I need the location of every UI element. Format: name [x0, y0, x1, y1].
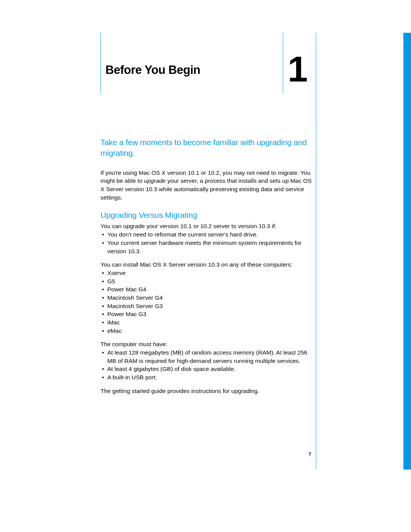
list-item: At least 4 gigabytes (GB) of disk space …: [100, 365, 313, 373]
list-item: Xserve: [100, 269, 313, 277]
thumb-tab: [403, 33, 411, 470]
list-item: eMac: [100, 327, 313, 335]
list-item: Power Mac G4: [100, 285, 313, 294]
intro-subtitle: Take a few moments to become familiar wi…: [100, 137, 313, 159]
must-have-list: At least 128 megabytes (MB) of random ac…: [100, 348, 313, 382]
intro-emphasis: upgrade: [144, 177, 166, 184]
list-item: iMac: [100, 318, 313, 327]
list-item: A built-in USB port.: [100, 373, 313, 382]
header-rule-left: [100, 33, 101, 94]
list-item: You don't need to reformat the current s…: [100, 230, 313, 239]
must-have-line: The computer must have:: [100, 340, 313, 348]
intro-paragraph: If you're using Mac OS X version 10.1 or…: [100, 169, 313, 202]
upgrade-if-group: You can upgrade your version 10.1 or 10.…: [100, 222, 313, 381]
list-item: Power Mac G3: [100, 310, 313, 318]
closing-line: The getting started guide provides instr…: [100, 387, 313, 395]
upgrade-if-line: You can upgrade your version 10.1 or 10.…: [100, 222, 313, 230]
content-area: Take a few moments to become familiar wi…: [100, 137, 313, 395]
list-item: At least 128 megabytes (MB) of random ac…: [100, 348, 313, 365]
list-item: Your current server hardware meets the m…: [100, 239, 313, 255]
chapter-number: 1: [288, 51, 308, 87]
section-heading: Upgrading Versus Migrating: [100, 211, 313, 220]
installable-line: You can install Mac OS X Server version …: [100, 260, 313, 269]
header-rule-right: [283, 33, 283, 94]
list-item: Macintosh Server G4: [100, 294, 313, 302]
list-item: Macintosh Server G3: [100, 302, 313, 310]
chapter-title: Before You Begin: [105, 63, 200, 77]
upgrade-if-list: You don't need to reformat the current s…: [100, 230, 313, 255]
page-number: 7: [309, 452, 311, 457]
side-rule: [316, 33, 316, 470]
installable-list: Xserve G5 Power Mac G4 Macintosh Server …: [100, 269, 313, 335]
list-item: G5: [100, 277, 313, 286]
